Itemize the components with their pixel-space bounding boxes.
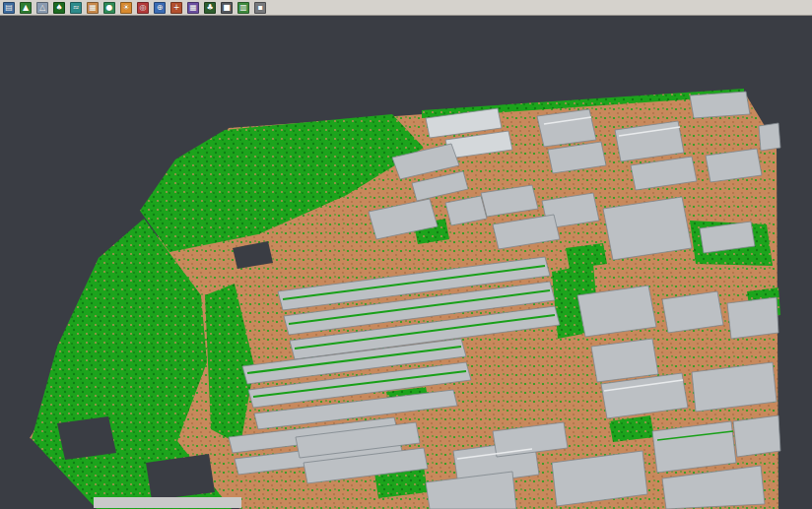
building-roof [727,297,778,339]
terrain-icon[interactable]: ▲ [20,2,32,14]
chart-icon[interactable]: ▥ [237,2,249,14]
building-roof [690,92,750,118]
ground-icon[interactable]: ▦ [87,2,99,14]
record-icon[interactable]: ◎ [137,2,149,14]
scene-svg [0,17,812,509]
target-icon[interactable]: ⊕ [154,2,166,14]
expand-icon[interactable]: + [170,2,182,14]
data-hole [57,416,116,460]
save-icon[interactable]: ▪ [254,2,266,14]
globe-icon[interactable]: ● [103,2,115,14]
tree-icon[interactable]: ♠ [53,2,65,14]
building-roof [603,197,692,260]
building-roof [733,415,780,457]
sun-icon[interactable]: ☀ [120,2,132,14]
printer-icon[interactable]: ■ [221,2,233,14]
layers-icon[interactable]: ▤ [3,2,15,14]
forest-icon[interactable]: ♣ [204,2,216,14]
bottom-ui-strip [94,497,241,508]
grid-icon[interactable]: ▦ [187,2,199,14]
mountain-icon[interactable]: △ [36,2,48,14]
building-roof [537,109,596,147]
water-icon[interactable]: ≈ [70,2,82,14]
building-roof [759,123,780,151]
building-roof [591,339,658,382]
building-roof [662,291,723,333]
viewport-3d[interactable] [0,17,812,509]
toolbar: ▤▲△♠≈▦●☀◎⊕+▦♣■▥▪ [0,0,812,16]
